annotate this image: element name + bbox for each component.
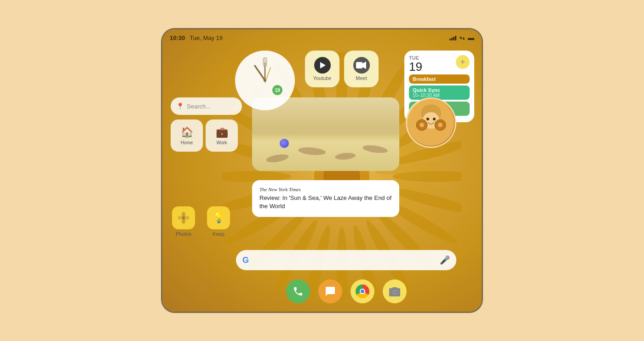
- status-date: Tue, May 19: [190, 34, 223, 41]
- battery-icon: ▬: [468, 34, 474, 41]
- dock-phone[interactable]: [286, 279, 310, 303]
- child-photo: [406, 97, 456, 148]
- calendar-event-breakfast[interactable]: Breakfast: [409, 74, 470, 84]
- microphone-icon[interactable]: 🎤: [440, 255, 450, 265]
- youtube-label: Youtube: [313, 75, 332, 81]
- signal-icon: [449, 35, 456, 40]
- work-app[interactable]: 💼 Work: [206, 119, 238, 152]
- dock: [236, 279, 456, 303]
- google-search-input[interactable]: [253, 250, 435, 270]
- nyt-logo: The New York Times: [259, 187, 392, 192]
- calendar-day-number: 19: [409, 61, 422, 73]
- home-icon: 🏠: [181, 126, 193, 138]
- status-time: 10:30: [170, 34, 185, 41]
- search-placeholder: Search...: [187, 103, 211, 110]
- svg-point-56: [438, 123, 443, 127]
- news-title: Review: In 'Sun & Sea,' We Laze Away the…: [259, 194, 392, 210]
- photos-icon: [172, 206, 195, 229]
- bottom-apps: Photos 💡 Keep: [171, 206, 231, 237]
- svg-rect-39: [263, 57, 267, 67]
- work-icon: 💼: [216, 126, 228, 138]
- clock-svg: [237, 53, 293, 108]
- google-search-bar[interactable]: G 🎤: [236, 250, 456, 270]
- svg-rect-40: [356, 62, 362, 68]
- clock-face: 19: [237, 53, 293, 108]
- dock-camera[interactable]: [383, 279, 407, 303]
- youtube-icon: [314, 57, 331, 74]
- keep-icon: 💡: [207, 206, 230, 229]
- child-photo-svg: [408, 100, 454, 146]
- messages-icon: [325, 286, 336, 297]
- meet-video-icon: [356, 61, 367, 69]
- status-bar: 10:30 Tue, May 19 ▾▴ ▬: [162, 29, 482, 46]
- meet-icon: [353, 57, 370, 74]
- calendar-add-button[interactable]: +: [456, 55, 470, 69]
- svg-marker-41: [362, 62, 366, 69]
- pinwheel-icon: [177, 211, 190, 224]
- svg-point-54: [420, 123, 424, 127]
- app-grid: 🏠 Home 💼 Work: [171, 119, 238, 152]
- news-card[interactable]: The New York Times Review: In 'Sun & Sea…: [252, 180, 399, 217]
- sync-event-time: 10–10:30 AM: [413, 93, 466, 98]
- svg-point-7: [389, 184, 461, 216]
- wifi-icon: ▾▴: [460, 35, 465, 41]
- home-label: Home: [181, 140, 193, 145]
- search-widget[interactable]: 📍 Search...: [171, 97, 242, 115]
- keep-label: Keep: [213, 231, 224, 237]
- svg-point-47: [182, 216, 185, 219]
- keep-app[interactable]: 💡 Keep: [206, 206, 231, 237]
- svg-point-38: [264, 79, 266, 82]
- svg-point-52: [433, 118, 436, 120]
- clock-badge: 19: [272, 85, 282, 95]
- breakfast-event-title: Breakfast: [413, 76, 466, 82]
- meet-label: Meet: [356, 75, 367, 81]
- sync-event-title: Quick Sync: [413, 87, 466, 93]
- calendar-event-sync[interactable]: Quick Sync 10–10:30 AM: [409, 85, 470, 100]
- svg-point-6: [392, 171, 461, 182]
- camera-icon: [389, 286, 401, 296]
- youtube-play-icon: [320, 62, 326, 68]
- clock-widget: 19: [235, 51, 295, 110]
- photos-label: Photos: [176, 231, 191, 237]
- calendar-header: TUE 19 +: [409, 55, 470, 73]
- chrome-icon: [356, 284, 369, 298]
- location-pin-icon: 📍: [176, 102, 184, 110]
- google-logo: G: [242, 256, 249, 265]
- photos-app[interactable]: Photos: [171, 206, 196, 237]
- work-label: Work: [216, 140, 227, 145]
- svg-point-58: [393, 291, 396, 294]
- dock-messages[interactable]: [318, 279, 342, 303]
- youtube-widget[interactable]: Youtube: [305, 51, 339, 87]
- device: 10:30 Tue, May 19 ▾▴ ▬: [161, 28, 483, 313]
- chrome-center: [360, 289, 365, 294]
- status-icons: ▾▴ ▬: [449, 34, 474, 41]
- phone-icon: [293, 286, 304, 297]
- dock-chrome[interactable]: [351, 279, 374, 303]
- svg-point-51: [426, 118, 429, 120]
- meet-widget[interactable]: Meet: [344, 51, 379, 87]
- home-app[interactable]: 🏠 Home: [171, 119, 203, 152]
